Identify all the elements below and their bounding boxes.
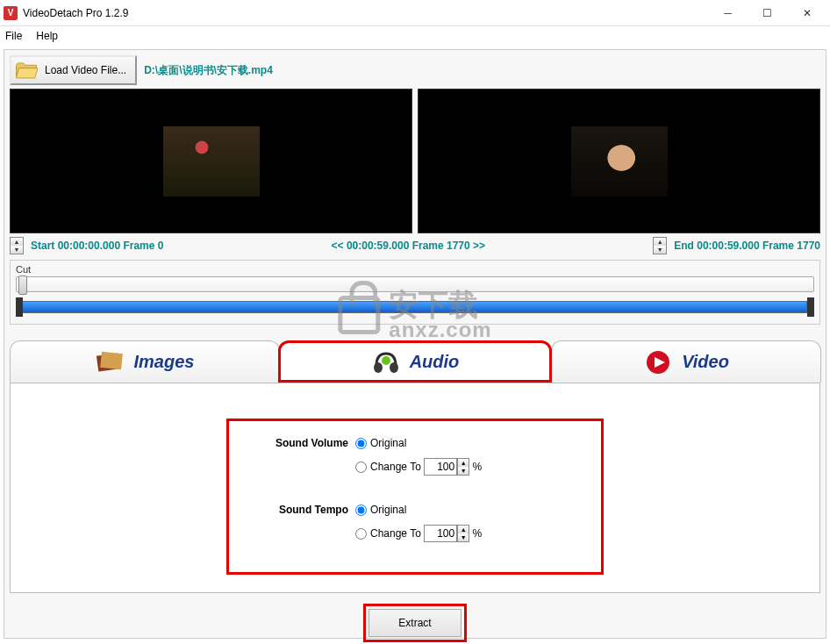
app-icon: V bbox=[4, 6, 18, 20]
volume-percent: % bbox=[473, 461, 483, 473]
cut-panel: Cut bbox=[10, 260, 820, 325]
volume-change-input[interactable] bbox=[355, 462, 367, 473]
end-time-label: End 00:00:59.000 Frame 1770 bbox=[674, 240, 820, 252]
range-fill bbox=[16, 301, 807, 313]
tab-video[interactable]: Video bbox=[551, 340, 821, 383]
range-end-thumb[interactable] bbox=[807, 297, 814, 317]
tempo-original-input[interactable] bbox=[355, 504, 367, 516]
tempo-row-change: Change To ▲▼ % bbox=[250, 525, 580, 542]
start-frame-stepper[interactable]: ▲▼ bbox=[10, 237, 24, 254]
svg-point-3 bbox=[390, 362, 398, 373]
menu-bar: File Help bbox=[0, 26, 830, 46]
end-thumbnail bbox=[571, 126, 668, 197]
tempo-change-input[interactable] bbox=[355, 528, 367, 540]
maximize-button[interactable]: ☐ bbox=[748, 1, 787, 25]
range-start-thumb[interactable] bbox=[16, 297, 23, 317]
menu-file[interactable]: File bbox=[5, 30, 22, 42]
svg-rect-1 bbox=[100, 351, 123, 369]
volume-change-radio[interactable]: Change To bbox=[355, 461, 421, 473]
volume-change-text: Change To bbox=[370, 461, 421, 473]
tempo-change-text: Change To bbox=[370, 527, 421, 540]
images-icon bbox=[96, 349, 125, 376]
extract-button[interactable]: Extract bbox=[368, 609, 462, 637]
playhead-thumb[interactable] bbox=[18, 275, 27, 295]
end-frame-preview bbox=[418, 89, 820, 233]
playhead-slider[interactable] bbox=[16, 276, 814, 292]
tempo-original-text: Original bbox=[370, 504, 406, 516]
main-panel: Load Video File... D:\桌面\说明书\安下载.mp4 ▲▼ … bbox=[4, 49, 826, 639]
tab-audio-label: Audio bbox=[410, 352, 460, 372]
tempo-value-input[interactable] bbox=[424, 525, 457, 542]
preview-row bbox=[10, 89, 820, 233]
title-bar: V VideoDetach Pro 1.2.9 ─ ☐ ✕ bbox=[0, 0, 830, 26]
audio-tab-content: Sound Volume Original Change To ▲▼ % bbox=[10, 383, 820, 593]
tab-images[interactable]: Images bbox=[10, 340, 280, 383]
tab-video-label: Video bbox=[682, 352, 729, 372]
folder-open-icon bbox=[15, 61, 38, 80]
volume-stepper[interactable]: ▲▼ bbox=[457, 458, 469, 476]
volume-row-change: Change To ▲▼ % bbox=[250, 458, 580, 476]
sound-volume-label: Sound Volume bbox=[250, 437, 355, 449]
load-row: Load Video File... D:\桌面\说明书\安下载.mp4 bbox=[10, 55, 820, 85]
tab-images-label: Images bbox=[134, 352, 195, 372]
sound-tempo-label: Sound Tempo bbox=[250, 504, 355, 516]
close-button[interactable]: ✕ bbox=[787, 1, 826, 25]
menu-help[interactable]: Help bbox=[36, 30, 58, 42]
volume-original-radio[interactable]: Original bbox=[355, 437, 406, 449]
volume-row-original: Sound Volume Original bbox=[250, 437, 580, 449]
audio-settings-highlight: Sound Volume Original Change To ▲▼ % bbox=[226, 419, 604, 575]
loaded-file-path: D:\桌面\说明书\安下载.mp4 bbox=[144, 63, 273, 78]
extract-highlight: Extract bbox=[363, 604, 467, 642]
tempo-row-original: Sound Tempo Original bbox=[250, 504, 580, 516]
extract-row: Extract bbox=[10, 604, 820, 642]
end-frame-stepper[interactable]: ▲▼ bbox=[653, 237, 667, 254]
cut-label: Cut bbox=[16, 264, 814, 275]
start-time-label: Start 00:00:00.000 Frame 0 bbox=[31, 240, 163, 252]
load-button-label: Load Video File... bbox=[45, 64, 126, 76]
volume-original-input[interactable] bbox=[355, 438, 367, 449]
window-controls: ─ ☐ ✕ bbox=[708, 1, 826, 25]
headphones-icon bbox=[371, 348, 401, 375]
svg-point-2 bbox=[374, 362, 383, 373]
range-slider[interactable] bbox=[16, 297, 814, 317]
tempo-stepper[interactable]: ▲▼ bbox=[457, 525, 469, 542]
tab-audio[interactable]: Audio bbox=[278, 340, 552, 383]
tab-bar: Images Audio Video bbox=[10, 340, 820, 383]
play-circle-icon bbox=[643, 349, 673, 376]
svg-point-4 bbox=[382, 356, 390, 365]
volume-value-input[interactable] bbox=[424, 458, 457, 476]
volume-original-text: Original bbox=[370, 437, 406, 449]
start-frame-preview bbox=[10, 89, 412, 233]
tempo-original-radio[interactable]: Original bbox=[355, 504, 406, 516]
window-title: VideoDetach Pro 1.2.9 bbox=[23, 7, 708, 19]
minimize-button[interactable]: ─ bbox=[708, 1, 748, 25]
time-info-row: ▲▼ Start 00:00:00.000 Frame 0 << 00:00:5… bbox=[10, 237, 820, 254]
tempo-change-radio[interactable]: Change To bbox=[355, 527, 421, 540]
start-thumbnail bbox=[163, 126, 260, 197]
duration-label: << 00:00:59.000 Frame 1770 >> bbox=[170, 240, 646, 252]
load-video-button[interactable]: Load Video File... bbox=[10, 55, 137, 85]
tempo-percent: % bbox=[473, 527, 483, 540]
